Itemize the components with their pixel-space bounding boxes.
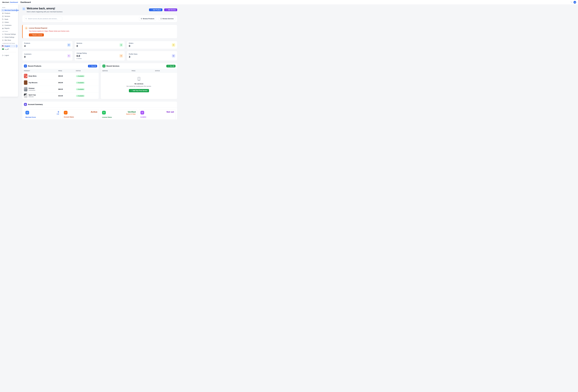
main-content: Welcome back, amorq! Here's what's happe… [18,0,180,119]
stat-value: 0 [129,45,133,48]
services-table-header: SERVICE PRICE STATUS [101,69,177,73]
sidebar-item-deals[interactable]: Deals [1,18,17,21]
sidebar-item-label: Services [4,15,10,17]
sidebar-item-orders[interactable]: Orders [1,21,17,24]
product-price: $33.00 [58,95,76,97]
plus-icon [150,9,152,10]
product-row[interactable]: Outwear asfasfasfas $66.00 Available [22,86,99,93]
sidebar-item-label: العربية [5,48,9,50]
product-row[interactable]: Top Blouses $45.00 Available [22,79,99,86]
summary-label: Merchant Score [25,116,59,118]
map-pin-icon [141,111,144,114]
sidebar-item-language-arabic[interactable]: العربية [1,48,17,50]
browse-products-button[interactable]: Browse Products [139,17,156,20]
status-dot-icon [77,76,77,76]
product-name: Sport Cap [29,94,36,96]
package-icon [24,64,27,67]
stat-card-products: Products 4 [22,41,73,49]
sidebar-item-label: Mini Store [4,40,11,41]
logo-page: Dashboard [10,1,18,3]
alert-title: License Renewal Required [29,27,47,29]
shield-check-icon [102,111,106,114]
stat-card-average-rating: Average Rating 0.0 0 reviews [75,51,125,61]
logo-brand: Merchant [2,1,9,3]
welcome-folder-icon [22,7,25,10]
summary-value: 0 [56,111,59,113]
sidebar-item-merchant-dashboard[interactable]: Merchant Dashboard [1,9,17,12]
summary-value: Not set [167,111,174,113]
browse-services-button[interactable]: Browse Services [159,17,175,20]
product-subtitle: FIFA EN [29,96,36,98]
empty-state-title: No services [101,83,177,85]
check-circle-icon [25,111,29,114]
summary-card-account-status: Active Account Status [62,109,99,119]
view-all-services-button[interactable]: View All [166,65,176,67]
product-name: Outwear [29,87,35,89]
product-row[interactable]: Body Mists $90.00 Available [22,73,99,79]
sidebar-item-reports[interactable]: Reports [1,27,17,30]
stat-label: Orders [129,43,133,44]
welcome-title: Welcome back, amorq! [27,7,62,10]
add-first-service-button[interactable]: Add Your First Service [129,89,149,92]
sidebar-item-label: Global Settings [4,36,14,38]
sidebar-item-customers[interactable]: Customers [1,24,17,27]
license-alert: License Renewal Required Your license ex… [22,25,177,38]
column-header: PRICE [58,70,76,71]
sidebar-item-global-settings[interactable]: Global Settings [1,36,17,39]
browse-products-label: Browse Products [143,18,154,20]
sidebar-item-services[interactable]: Services [1,15,17,18]
sidebar-item-personal-settings[interactable]: Personal Settings [1,33,17,36]
view-all-products-button[interactable]: View All [88,65,97,67]
product-thumbnail [24,87,27,91]
add-first-service-label: Add Your First Service [133,90,147,92]
status-dot-icon [77,96,77,96]
sidebar-item-logout[interactable]: Logout [1,54,17,57]
alert-message: Your license expires in 2 days. Please r… [29,30,175,32]
sidebar-section-main: MAIN [2,7,16,8]
package-icon [141,18,142,19]
stat-value: 0 [24,55,31,58]
sidebar-item-products[interactable]: Products [1,12,17,15]
stat-label: Average Rating [77,52,87,54]
status-dot-icon [77,82,77,83]
summary-sub: / 100 [56,113,59,115]
search-input[interactable] [24,17,62,21]
status-badge: Available [76,88,85,91]
column-header: PRICE [132,70,155,71]
add-service-button[interactable]: Add Service [164,8,177,11]
eye-icon [167,65,169,67]
product-row[interactable]: Sport Cap FIFA EN $33.00 Available [22,93,99,99]
stat-value: 0.0 [77,54,87,57]
stat-card-profile-views: Profile Views 3 [127,51,177,61]
recent-services-title: Recent Services [106,65,119,67]
shopping-bag-icon [172,43,175,47]
renew-license-button[interactable]: Renew License [29,33,44,36]
logout-icon [2,54,4,56]
sidebar-item-label: English [5,45,10,47]
summary-sub: Expires in 2 days [126,113,136,115]
summary-card-license-status: Verified Expires in 2 days License Statu… [100,109,137,119]
product-price: $66.00 [58,88,76,90]
add-product-button[interactable]: Add Product [149,8,162,11]
sidebar-item-mini-store[interactable]: Mini Store [1,39,17,42]
column-header: SERVICE [102,70,132,71]
sidebar-item-language-english[interactable]: English [1,45,17,48]
users-icon [2,25,4,26]
sidebar-item-label: Logout [4,54,9,56]
eye-icon [172,54,175,58]
summary-value: Verified [126,111,136,113]
view-all-label: View All [169,65,174,67]
view-all-label: View All [91,65,96,67]
package-icon [67,43,71,47]
sidebar-item-label: Reports [4,28,10,29]
saudi-flag-icon [2,49,4,50]
sidebar-item-label: Deals [4,18,8,20]
building-icon [119,43,123,47]
stat-card-orders: Orders 0 [127,41,177,49]
status-dot-icon [77,89,77,90]
tag-icon [2,18,4,20]
column-header: STATUS [76,70,97,71]
user-icon [2,33,4,35]
search-icon [25,18,27,19]
stat-label: Profile Views [129,53,137,55]
